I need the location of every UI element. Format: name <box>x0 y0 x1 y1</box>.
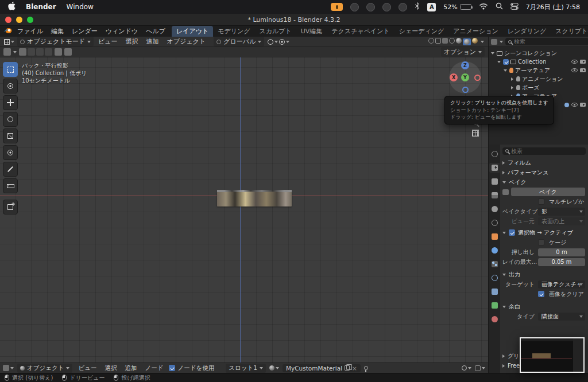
control-center-icon[interactable] <box>510 3 519 11</box>
shading-material-icon[interactable] <box>463 38 471 45</box>
active-tool-icon[interactable] <box>3 48 11 56</box>
subpanel-selected-to-active[interactable]: 選択物 → アクティブ <box>502 228 585 237</box>
select-mode-subtract-icon[interactable] <box>36 48 44 56</box>
bake-button[interactable]: ベイク <box>511 188 585 196</box>
mirror-options-icon[interactable] <box>55 48 62 56</box>
new-material-icon[interactable] <box>345 365 350 371</box>
tab-layout[interactable]: レイアウト <box>172 26 213 37</box>
pin-material-icon[interactable] <box>364 366 368 370</box>
menu-render[interactable]: レンダー <box>68 27 102 36</box>
selected-to-active-checkbox[interactable] <box>509 229 515 236</box>
viewport-menu-select[interactable]: 選択 <box>122 37 142 46</box>
panel-film[interactable]: フィルム <box>502 158 585 167</box>
hide-viewport-icon[interactable] <box>571 60 578 64</box>
node-overlay-icon[interactable] <box>475 365 485 371</box>
tab-physics-properties[interactable] <box>489 273 500 283</box>
zoom-window-button[interactable] <box>27 17 33 23</box>
editor-type-button[interactable] <box>2 39 16 45</box>
panel-performance[interactable]: パフォーマンス <box>502 167 585 177</box>
screen-record-mic-indicator[interactable] <box>331 3 343 11</box>
hide-viewport-icon[interactable] <box>571 103 578 107</box>
tab-modeling[interactable]: モデリング <box>213 26 254 37</box>
menubar-app-name[interactable]: Blender <box>26 3 56 11</box>
minimize-window-button[interactable] <box>16 17 22 23</box>
view-from-dropdown[interactable]: 表面の上 <box>538 217 585 225</box>
show-overlays-icon[interactable] <box>435 38 441 45</box>
menubar-menu-window[interactable]: Window <box>67 3 94 11</box>
menu-edit[interactable]: 編集 <box>47 27 68 36</box>
editor-type-button[interactable] <box>3 365 14 371</box>
material-selector[interactable]: MyCustomMaterial × <box>283 364 361 372</box>
outliner-row-collection[interactable]: Collection <box>489 57 588 66</box>
select-mode-extend-icon[interactable] <box>28 48 35 56</box>
use-nodes-checkbox[interactable] <box>169 365 175 371</box>
tab-output-properties[interactable] <box>489 177 500 186</box>
from-multires-checkbox[interactable] <box>538 198 544 205</box>
viewport-canvas[interactable]: バック・平行投影 (40) Collection | 低ポリ 10センチメートル… <box>0 57 488 362</box>
node-snap-icon[interactable] <box>462 365 471 371</box>
gizmo-x-neg-axis[interactable] <box>474 75 481 81</box>
subpanel-margin[interactable]: 余白 <box>502 302 585 311</box>
clear-image-checkbox[interactable] <box>538 291 544 297</box>
tab-viewlayer-properties[interactable] <box>489 190 500 200</box>
gizmo-y-axis[interactable]: Y <box>461 73 469 81</box>
tool-presets-dropdown-icon[interactable] <box>13 51 17 53</box>
node-menu-select[interactable]: 選択 <box>102 364 119 372</box>
outliner-row-animation[interactable]: アニメーション <box>489 75 588 83</box>
spotlight-search-icon[interactable] <box>496 2 503 11</box>
expand-icon[interactable] <box>491 52 494 54</box>
navigation-gizmo[interactable]: Z X Y <box>449 61 481 93</box>
disable-render-icon[interactable] <box>580 60 586 64</box>
tab-shading[interactable]: シェーディング <box>394 26 449 37</box>
tool-options-dropdown[interactable]: オプション <box>441 47 485 57</box>
blender-logo-icon[interactable] <box>3 27 12 36</box>
tab-render-properties[interactable] <box>489 163 500 173</box>
shader-type-selector[interactable]: オブジェクト <box>17 364 72 373</box>
expand-icon[interactable] <box>504 69 507 72</box>
toggle-grid-icon[interactable] <box>472 130 479 137</box>
tab-constraint-properties[interactable] <box>489 287 500 297</box>
tool-move[interactable] <box>3 95 18 110</box>
outliner-display-mode-icon[interactable] <box>491 39 497 45</box>
outliner-row-pose[interactable]: ポーズ <box>489 83 588 92</box>
input-source-badge[interactable]: A <box>427 3 436 11</box>
outliner-row-scene-collection[interactable]: シーンコレクション <box>489 49 588 57</box>
disable-render-icon[interactable] <box>580 103 586 107</box>
viewport-menu-view[interactable]: ビュー <box>95 37 121 46</box>
gizmo-z-axis[interactable]: Z <box>461 61 469 69</box>
cage-checkbox[interactable] <box>538 239 544 245</box>
tab-scripting[interactable]: スクリプト作成 <box>551 26 588 37</box>
tab-tool-properties[interactable] <box>489 149 500 159</box>
battery-indicator[interactable]: 52% <box>443 3 471 11</box>
tool-measure[interactable] <box>3 178 18 193</box>
menu-help[interactable]: ヘルプ <box>142 27 169 36</box>
tab-texture-paint[interactable]: テクスチャペイント <box>327 26 394 37</box>
target-dropdown[interactable]: 画像テクスチャ <box>538 280 585 289</box>
subpanel-output[interactable]: 出力 <box>502 270 585 279</box>
tab-sculpting[interactable]: スカルプト <box>254 26 296 37</box>
panel-bake[interactable]: ベイク <box>502 177 585 187</box>
menu-window[interactable]: ウィンドウ <box>102 27 142 36</box>
shading-solid-icon[interactable] <box>456 38 462 45</box>
node-menu-node[interactable]: ノード <box>142 364 165 372</box>
select-mode-new-icon[interactable] <box>19 48 26 56</box>
tool-select-box[interactable] <box>3 62 18 77</box>
expand-icon[interactable] <box>511 77 513 81</box>
apple-menu-icon[interactable] <box>8 2 16 12</box>
tab-modifier-properties[interactable] <box>489 245 500 255</box>
shading-rendered-icon[interactable] <box>472 38 478 45</box>
menubar-clock[interactable]: 7月26日 (土) 7:58 <box>526 3 580 11</box>
tool-scale[interactable] <box>3 128 18 143</box>
properties-search-input[interactable] <box>511 148 583 154</box>
gizmo-x-axis[interactable]: X <box>450 73 458 81</box>
extrusion-field[interactable]: 0 m <box>538 248 585 256</box>
show-gizmo-icon[interactable] <box>428 38 434 45</box>
menu-file[interactable]: ファイル <box>13 27 47 36</box>
select-mode-intersect-icon[interactable] <box>45 48 52 56</box>
status-icon-2[interactable] <box>366 3 375 11</box>
tab-material-properties[interactable] <box>489 314 500 324</box>
outliner-search-input[interactable] <box>514 38 586 45</box>
proportional-edit-icon[interactable] <box>279 39 289 45</box>
scene-object-lowpoly[interactable] <box>217 192 292 206</box>
outliner-display-mode-dropdown[interactable] <box>500 41 503 43</box>
